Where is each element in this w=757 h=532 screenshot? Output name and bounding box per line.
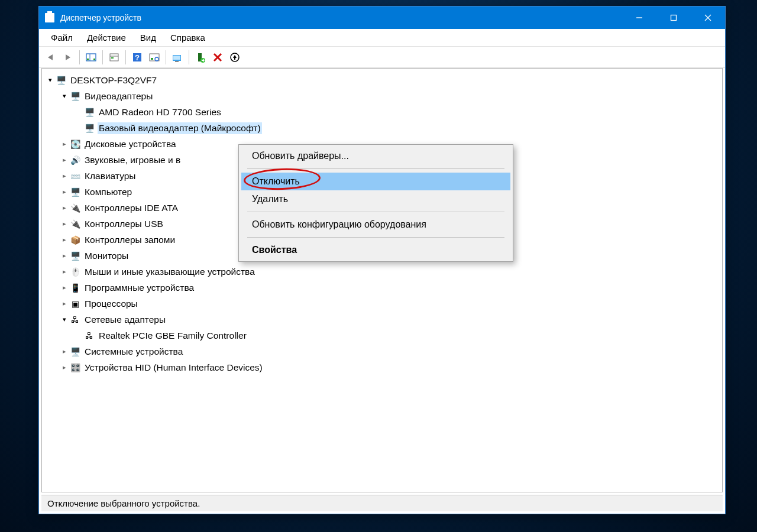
- toolbar: ?: [39, 47, 725, 68]
- minimize-button[interactable]: [622, 7, 656, 29]
- svg-point-17: [155, 57, 158, 61]
- display-adapter-icon: 🖥️: [69, 91, 81, 102]
- tree-video-adapters[interactable]: Видеоадаптеры: [83, 90, 154, 102]
- tree-basic-adapter[interactable]: Базовый видеоадаптер (Майкрософт): [98, 122, 262, 134]
- device-manager-window: Диспетчер устройств Файл Действие Вид Сп…: [38, 6, 726, 514]
- tree-mice[interactable]: Мыши и иные указывающие устройства: [83, 266, 256, 278]
- show-hide-tree-button[interactable]: [83, 49, 99, 66]
- processor-icon: ▣: [69, 299, 81, 309]
- context-menu: Обновить драйверы... Отключить Удалить О…: [238, 144, 513, 262]
- tree-monitors[interactable]: Мониторы: [83, 250, 130, 262]
- tree-storage[interactable]: Контроллеры запоми: [83, 234, 176, 246]
- tree-root[interactable]: DESKTOP-F3Q2VF7: [69, 74, 158, 86]
- svg-marker-4: [48, 54, 53, 60]
- disk-icon: 💽: [69, 139, 81, 150]
- expand-arrow-icon[interactable]: ▾: [60, 92, 69, 100]
- ctx-disable[interactable]: Отключить: [241, 173, 510, 190]
- expand-arrow-icon[interactable]: ▸: [60, 268, 69, 275]
- separator: [247, 168, 504, 169]
- menu-view[interactable]: Вид: [133, 31, 163, 44]
- usb-icon: 🔌: [69, 219, 81, 229]
- titlebar[interactable]: Диспетчер устройств: [39, 7, 725, 29]
- properties-button[interactable]: [106, 49, 122, 66]
- ide-icon: 🔌: [69, 203, 81, 213]
- expand-arrow-icon[interactable]: ▸: [60, 140, 69, 148]
- svg-rect-28: [234, 58, 235, 60]
- ctx-uninstall[interactable]: Удалить: [241, 190, 510, 208]
- maximize-button[interactable]: [656, 7, 691, 29]
- update-driver-button[interactable]: [169, 49, 186, 66]
- expand-arrow-icon[interactable]: ▾: [60, 316, 69, 323]
- system-device-icon: 🖥️: [69, 346, 81, 357]
- scan-hardware-button[interactable]: [146, 49, 163, 66]
- computer-icon: 🖥️: [55, 75, 67, 86]
- svg-rect-20: [175, 61, 179, 62]
- tree-system[interactable]: Системные устройства: [83, 346, 184, 358]
- tree-processors[interactable]: Процессоры: [83, 298, 139, 310]
- svg-rect-1: [671, 15, 677, 21]
- forward-button[interactable]: [60, 49, 76, 66]
- keyboard-icon: ⌨️: [69, 171, 81, 181]
- display-adapter-icon: 🖥️: [83, 123, 95, 134]
- back-button[interactable]: [43, 49, 59, 66]
- menu-file[interactable]: Файл: [44, 31, 80, 44]
- expand-arrow-icon[interactable]: ▸: [60, 284, 69, 291]
- tree-ide[interactable]: Контроллеры IDE ATA: [83, 202, 179, 214]
- expand-arrow-icon[interactable]: ▸: [60, 236, 69, 244]
- statusbar: Отключение выбранного устройства.: [41, 495, 723, 511]
- expand-arrow-icon[interactable]: ▸: [60, 220, 69, 228]
- tree-software[interactable]: Программные устройства: [83, 282, 195, 294]
- storage-controller-icon: 📦: [69, 235, 81, 245]
- svg-rect-8: [87, 59, 89, 60]
- tree-sound[interactable]: Звуковые, игровые и в: [83, 154, 182, 166]
- ctx-scan-hardware[interactable]: Обновить конфигурацию оборудования: [241, 216, 510, 233]
- svg-rect-12: [111, 57, 114, 59]
- mouse-icon: 🖱️: [69, 267, 81, 277]
- tree-realtek[interactable]: Realtek PCIe GBE Family Controller: [98, 330, 248, 342]
- tree-keyboards[interactable]: Клавиатуры: [83, 170, 137, 182]
- tree-computer[interactable]: Компьютер: [83, 186, 133, 198]
- ctx-properties[interactable]: Свойства: [241, 241, 510, 259]
- monitor-icon: 🖥️: [69, 251, 81, 261]
- software-device-icon: 📱: [69, 283, 81, 293]
- window-title: Диспетчер устройств: [60, 13, 141, 22]
- svg-marker-5: [66, 54, 70, 60]
- expand-arrow-icon[interactable]: ▸: [60, 172, 69, 180]
- menu-help[interactable]: Справка: [163, 31, 212, 44]
- expand-arrow-icon[interactable]: ▸: [60, 348, 69, 355]
- enable-device-button[interactable]: [192, 49, 209, 66]
- device-tree[interactable]: ▾ 🖥️ DESKTOP-F3Q2VF7 ▾ 🖥️ Видеоадаптеры …: [41, 68, 723, 492]
- disable-device-button[interactable]: [209, 49, 226, 66]
- tree-net-adapters[interactable]: Сетевые адаптеры: [83, 314, 167, 326]
- svg-rect-19: [173, 56, 180, 60]
- network-adapter-icon: 🖧: [69, 314, 81, 325]
- expand-arrow-icon[interactable]: ▸: [60, 204, 69, 212]
- tree-disk[interactable]: Дисковые устройства: [83, 138, 177, 150]
- expand-arrow-icon[interactable]: ▸: [60, 188, 69, 196]
- tree-hid[interactable]: Устройства HID (Human Interface Devices): [83, 362, 264, 374]
- expand-arrow-icon[interactable]: ▸: [60, 252, 69, 259]
- menu-action[interactable]: Действие: [80, 31, 133, 44]
- expand-arrow-icon[interactable]: ▸: [60, 156, 69, 164]
- expand-arrow-icon[interactable]: ▸: [60, 364, 69, 371]
- tree-usb[interactable]: Контроллеры USB: [83, 218, 164, 230]
- help-button[interactable]: ?: [129, 49, 145, 66]
- hid-icon: 🎛️: [69, 362, 81, 373]
- app-icon: [45, 13, 54, 22]
- svg-text:?: ?: [135, 53, 140, 62]
- menubar: Файл Действие Вид Справка: [39, 29, 725, 47]
- ctx-update-drivers[interactable]: Обновить драйверы...: [241, 147, 510, 165]
- expand-arrow-icon[interactable]: ▸: [60, 300, 69, 307]
- svg-marker-27: [233, 55, 237, 58]
- svg-rect-9: [93, 59, 95, 60]
- uninstall-device-button[interactable]: [227, 49, 243, 66]
- statusbar-text: Отключение выбранного устройства.: [47, 498, 200, 508]
- separator: [247, 212, 504, 212]
- computer-icon: 🖥️: [69, 187, 81, 197]
- sound-icon: 🔊: [69, 155, 81, 166]
- separator: [247, 237, 504, 238]
- expand-arrow-icon[interactable]: ▾: [46, 76, 55, 84]
- close-button[interactable]: [691, 7, 725, 29]
- svg-rect-16: [151, 58, 153, 60]
- tree-amd-adapter[interactable]: AMD Radeon HD 7700 Series: [98, 106, 222, 118]
